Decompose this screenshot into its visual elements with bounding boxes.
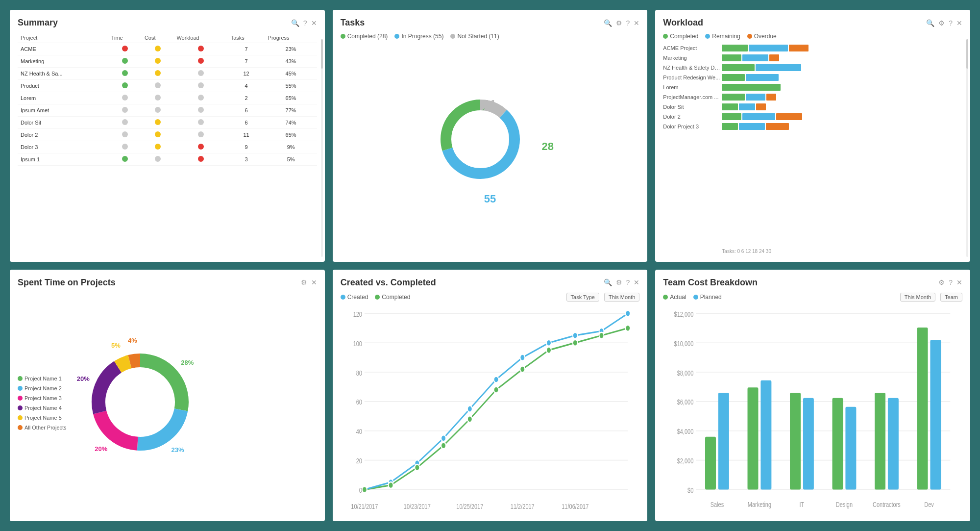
close-icon[interactable]: ✕ — [634, 19, 639, 27]
summary-table-container[interactable]: Project Time Cost Workload Tasks Progres… — [18, 33, 317, 254]
tasks-donut: 11 28 55 — [431, 90, 549, 208]
overdue-bar — [766, 123, 789, 130]
workload-project-label: Product Redesign We... — [663, 75, 722, 80]
planned-bar — [761, 380, 772, 489]
team-filter[interactable]: Team — [940, 293, 962, 302]
workload-bar-group — [722, 84, 962, 91]
cost-status — [142, 92, 174, 104]
tc-y-label: $0 — [687, 486, 693, 494]
created-dot — [546, 339, 551, 346]
cvc-title: Created vs. Completed — [341, 278, 436, 288]
search-icon[interactable]: 🔍 — [291, 19, 299, 27]
workload-bar-group — [722, 64, 962, 71]
settings-icon[interactable]: ⚙ — [616, 278, 622, 286]
y-axis-label: 20 — [356, 456, 362, 465]
remaining-bar — [746, 74, 779, 81]
time-status — [108, 55, 142, 68]
time-status — [108, 43, 142, 55]
workload-project-label: NZ Health & Safety De... — [663, 65, 722, 71]
search-icon[interactable]: 🔍 — [604, 278, 612, 286]
actual-bar — [790, 392, 801, 489]
team-cost-icons: ⚙ ? ✕ — [938, 278, 962, 286]
close-icon[interactable]: ✕ — [956, 278, 962, 286]
task-count: 3 — [228, 153, 265, 166]
workload-project-label: ProjectManager.com ... — [663, 94, 722, 100]
completed-line — [365, 328, 628, 489]
task-count: 6 — [228, 117, 265, 129]
close-icon[interactable]: ✕ — [311, 19, 317, 27]
this-month-filter[interactable]: This Month — [604, 293, 639, 302]
close-icon[interactable]: ✕ — [634, 278, 639, 286]
tasks-chart-area: 11 28 55 — [341, 45, 640, 254]
cost-status — [142, 68, 174, 80]
legend-item: Completed — [663, 33, 698, 40]
spent-legend-item: Project Name 2 — [18, 385, 67, 391]
search-icon[interactable]: 🔍 — [926, 19, 934, 27]
planned-bar — [931, 340, 941, 489]
help-icon[interactable]: ? — [949, 19, 953, 27]
actual-bar — [748, 387, 759, 489]
team-cost-legend-item: Planned — [693, 294, 722, 301]
team-cost-header: Team Cost Breakdown ⚙ ? ✕ — [663, 278, 962, 288]
summary-icons: 🔍 ? ✕ — [291, 19, 317, 27]
cost-status — [142, 55, 174, 68]
donut-segment — [140, 360, 182, 410]
workload-icons: 🔍 ⚙ ? ✕ — [926, 19, 962, 27]
tc-y-label: $12,000 — [674, 310, 694, 318]
table-row: Lorem 2 65% — [18, 92, 317, 104]
help-icon[interactable]: ? — [626, 278, 630, 286]
task-type-filter[interactable]: Task Type — [566, 293, 599, 302]
progress-pct: 77% — [265, 104, 317, 117]
completed-dot — [362, 486, 367, 492]
completed-bar — [722, 54, 741, 61]
progress-pct: 65% — [265, 92, 317, 104]
remaining-bar — [742, 54, 768, 61]
tc-x-label: Design — [836, 500, 853, 508]
spent-legend-item: Project Name 3 — [18, 395, 67, 401]
project-name: Dolor 3 — [18, 141, 108, 153]
project-name: Lorem — [18, 92, 108, 104]
settings-icon[interactable]: ⚙ — [938, 278, 945, 286]
donut-pct-label: 4% — [128, 338, 137, 344]
cvc-legend: CreatedCompleted — [341, 294, 559, 301]
table-row: Ipsum 1 3 5% — [18, 153, 317, 166]
settings-icon[interactable]: ⚙ — [616, 19, 622, 27]
settings-icon[interactable]: ⚙ — [938, 19, 945, 27]
y-axis-label: 100 — [353, 339, 362, 348]
donut-segment — [98, 367, 118, 412]
close-icon[interactable]: ✕ — [956, 19, 962, 27]
time-status — [108, 68, 142, 80]
spent-legend-item: Project Name 1 — [18, 376, 67, 381]
settings-icon[interactable]: ⚙ — [301, 278, 307, 286]
workload-status — [173, 104, 227, 117]
progress-pct: 55% — [265, 80, 317, 92]
actual-bar — [705, 436, 716, 489]
help-icon[interactable]: ? — [626, 19, 630, 27]
col-progress: Progress — [265, 33, 317, 43]
team-this-month-filter[interactable]: This Month — [900, 293, 935, 302]
task-count: 6 — [228, 104, 265, 117]
tasks-widget: Tasks 🔍 ⚙ ? ✕ Completed (28)In Progress … — [333, 10, 648, 262]
workload-status — [173, 129, 227, 141]
close-icon[interactable]: ✕ — [311, 278, 317, 286]
col-workload: Workload — [173, 33, 227, 43]
task-count: 9 — [228, 141, 265, 153]
time-status — [108, 141, 142, 153]
help-icon[interactable]: ? — [303, 19, 307, 27]
workload-project-label: Marketing — [663, 55, 722, 61]
search-icon[interactable]: 🔍 — [604, 19, 612, 27]
workload-project-label: Lorem — [663, 84, 722, 90]
workload-bars[interactable]: ACME Project Marketing NZ Health & Safet… — [663, 45, 962, 246]
legend-item: Overdue — [747, 33, 777, 40]
donut-segment — [137, 410, 181, 444]
help-icon[interactable]: ? — [949, 278, 953, 286]
created-dot — [467, 405, 472, 412]
cost-status — [142, 104, 174, 117]
y-axis-label: 80 — [356, 368, 362, 377]
cost-status — [142, 141, 174, 153]
spent-legend: Project Name 1Project Name 2Project Name… — [18, 376, 67, 430]
workload-bar-group — [722, 123, 962, 130]
tasks-legend: Completed (28)In Progress (55)Not Starte… — [341, 33, 640, 40]
donut-segment — [99, 412, 137, 444]
spent-legend-label: All Other Projects — [24, 425, 67, 430]
